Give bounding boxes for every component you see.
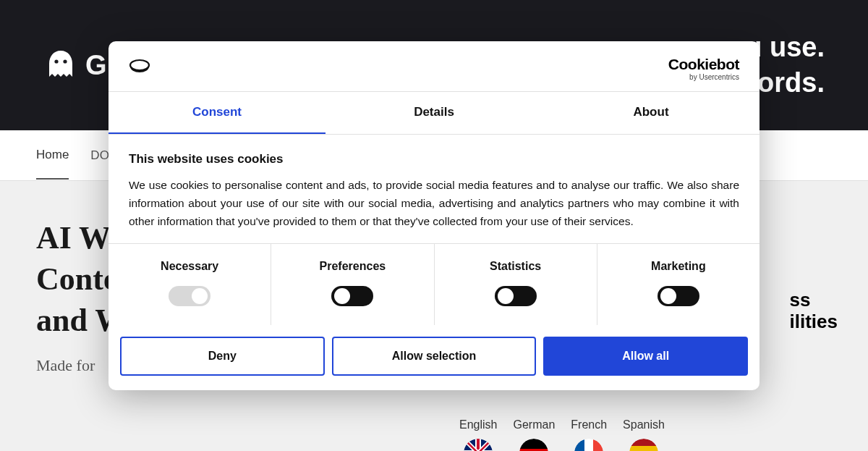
category-label: Statistics bbox=[442, 260, 590, 273]
allow-all-button[interactable]: Allow all bbox=[543, 337, 748, 376]
modal-header: Cookiebot by Usercentrics bbox=[109, 41, 760, 91]
toggle-marketing[interactable] bbox=[658, 286, 699, 306]
category-label: Preferences bbox=[278, 260, 426, 273]
toggle-necessary bbox=[169, 286, 210, 306]
cookie-modal: Cookiebot by Usercentrics Consent Detail… bbox=[109, 41, 760, 390]
tab-about[interactable]: About bbox=[542, 92, 760, 134]
category-statistics: Statistics bbox=[435, 244, 597, 325]
toggle-preferences[interactable] bbox=[331, 286, 373, 306]
allow-selection-button[interactable]: Allow selection bbox=[332, 337, 537, 376]
tab-details[interactable]: Details bbox=[326, 92, 542, 134]
tab-consent[interactable]: Consent bbox=[109, 92, 326, 134]
cookie-categories: Necessary Preferences Statistics Marketi… bbox=[109, 243, 760, 325]
cookiebot-logo: Cookiebot by Usercentrics bbox=[668, 56, 739, 81]
category-preferences: Preferences bbox=[271, 244, 434, 325]
cookiebot-sub: by Usercentrics bbox=[668, 73, 739, 81]
category-marketing: Marketing bbox=[597, 244, 760, 325]
cookie-icon bbox=[129, 58, 150, 80]
modal-body: This website uses cookies We use cookies… bbox=[109, 135, 760, 243]
modal-heading: This website uses cookies bbox=[129, 152, 739, 167]
deny-button[interactable]: Deny bbox=[120, 337, 325, 376]
cookie-modal-backdrop: Cookiebot by Usercentrics Consent Detail… bbox=[0, 0, 868, 451]
cookiebot-name: Cookiebot bbox=[668, 56, 739, 73]
category-label: Necessary bbox=[116, 260, 263, 273]
modal-text: We use cookies to personalise content an… bbox=[129, 177, 739, 230]
modal-tabs: Consent Details About bbox=[109, 91, 760, 135]
svg-point-16 bbox=[130, 60, 149, 70]
category-necessary: Necessary bbox=[109, 244, 271, 325]
toggle-statistics[interactable] bbox=[495, 286, 537, 306]
modal-actions: Deny Allow selection Allow all bbox=[109, 325, 760, 390]
category-label: Marketing bbox=[605, 260, 752, 273]
